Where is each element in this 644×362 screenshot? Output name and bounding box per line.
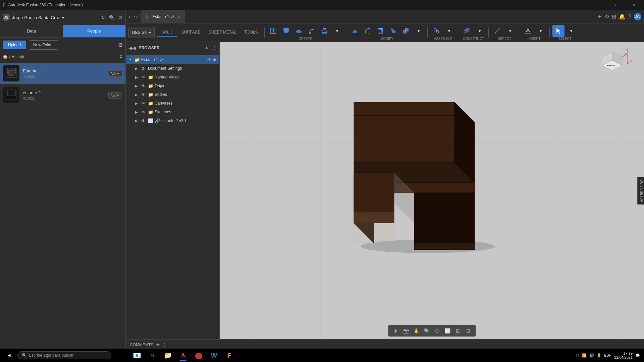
browser-eye-icon[interactable]: 👁 bbox=[205, 46, 209, 50]
taskbar-multitask-btn[interactable]: ⊟ bbox=[114, 349, 129, 362]
viewport-render-btn[interactable]: ⬜ bbox=[443, 326, 452, 336]
add-tab-icon[interactable]: ＋ bbox=[597, 13, 602, 20]
select-group: ▾ SELECT bbox=[552, 25, 577, 41]
select-button[interactable] bbox=[552, 25, 565, 37]
file-item-estante2[interactable]: estante 2 4/19/21 V2 ▾ bbox=[0, 84, 125, 106]
shell-button[interactable] bbox=[374, 25, 386, 37]
undo-button[interactable]: ↩ bbox=[128, 14, 132, 19]
breadcrumb-estante[interactable]: Estante bbox=[12, 54, 25, 59]
construct-more-button[interactable]: ▾ bbox=[474, 25, 486, 37]
maximize-button[interactable]: □ bbox=[609, 0, 625, 10]
toolbar-sep-1 bbox=[264, 27, 265, 38]
tab-data[interactable]: Data bbox=[0, 25, 63, 37]
revolve-button[interactable] bbox=[293, 25, 305, 37]
settings-icon[interactable]: ⚙ bbox=[118, 42, 123, 48]
tab-people[interactable]: People bbox=[63, 25, 125, 37]
user-info[interactable]: JG Jorge Garcia Santa Cruz ▾ bbox=[3, 14, 64, 21]
taskbar-search[interactable]: 🔍 Escribe aquí para buscar bbox=[17, 351, 111, 359]
tree-item-doc-settings[interactable]: ▶ ⚙ Document Settings bbox=[126, 64, 219, 73]
browser-more-icon[interactable]: ⋮ bbox=[213, 46, 217, 50]
offset-plane-button[interactable] bbox=[461, 25, 473, 37]
viewport-camera-btn[interactable]: 📷 bbox=[401, 326, 411, 336]
tree-item-bodies[interactable]: ▶ 👁 📁 Bodies bbox=[126, 90, 219, 99]
design-button[interactable]: DESIGN ▾ bbox=[128, 27, 155, 38]
comments-more-icon[interactable]: ⋮ bbox=[163, 343, 167, 347]
taskbar: ⊞ 🔍 Escribe aquí para buscar ⊟ 📧 N 📁 A ⬤… bbox=[0, 349, 644, 362]
close-button[interactable]: ✕ bbox=[626, 0, 641, 10]
doc-tab-close-icon[interactable]: ✕ bbox=[177, 14, 181, 19]
viewport-grid-btn[interactable]: ⊞ bbox=[453, 326, 463, 336]
viewport-pan-btn[interactable]: ✋ bbox=[412, 326, 421, 336]
taskbar-network-icon[interactable]: 📶 bbox=[582, 353, 587, 358]
tree-item-root[interactable]: ▼ 📁 Estante 1 v3 👁 ⏺ bbox=[126, 55, 219, 64]
loft-button[interactable] bbox=[318, 25, 330, 37]
modify-more-button[interactable]: ▾ bbox=[413, 25, 425, 37]
taskbar-lang[interactable]: ESP bbox=[604, 353, 611, 357]
breadcrumb-settings-icon[interactable]: ⚙ bbox=[119, 54, 123, 59]
press-pull-button[interactable] bbox=[349, 25, 361, 37]
scale-button[interactable] bbox=[387, 25, 399, 37]
extrude-button[interactable] bbox=[280, 25, 292, 37]
joint-button[interactable] bbox=[430, 25, 442, 37]
select-more-button[interactable]: ▾ bbox=[565, 25, 577, 37]
redo-button[interactable]: ↪ bbox=[134, 14, 138, 19]
fillet-button[interactable] bbox=[362, 25, 374, 37]
insert-mesh-button[interactable] bbox=[522, 25, 534, 37]
taskbar-autocad-btn[interactable]: A bbox=[176, 349, 191, 362]
taskbar-explorer-btn[interactable]: 📁 bbox=[160, 349, 175, 362]
doc-tab[interactable]: 🗂 Estante 1 v3 ✕ bbox=[141, 10, 185, 23]
sweep-button[interactable] bbox=[306, 25, 318, 37]
taskbar-red-app-btn[interactable]: ⬤ bbox=[191, 349, 206, 362]
taskbar-word-btn[interactable]: W bbox=[207, 349, 221, 362]
viewport-zoom-btn[interactable]: 🔍 bbox=[422, 326, 431, 336]
new-folder-button[interactable]: New Folder bbox=[29, 40, 58, 50]
taskbar-dropbox-icon[interactable]: ⬡ bbox=[576, 353, 579, 358]
tree-item-sketches[interactable]: ▶ 👁 📁 Sketches bbox=[126, 108, 219, 116]
insert-more-button[interactable]: ▾ bbox=[535, 25, 547, 37]
search-icon[interactable]: 🔍 bbox=[109, 15, 115, 20]
user-circle-icon[interactable]: JG bbox=[634, 13, 641, 20]
tree-root-record-icon[interactable]: ⏺ bbox=[213, 57, 217, 62]
tree-item-canvases[interactable]: ▶ 👁 📁 Canvases bbox=[126, 99, 219, 108]
tab-surface[interactable]: SURFACE bbox=[177, 28, 205, 37]
close-icon[interactable]: ✕ bbox=[119, 15, 123, 20]
create-more-button[interactable]: ▾ bbox=[331, 25, 343, 37]
measure-button[interactable] bbox=[491, 25, 503, 37]
tree-root-eye-icon[interactable]: 👁 bbox=[207, 57, 211, 62]
home-icon[interactable]: 🏠 bbox=[3, 54, 8, 59]
viewport-display-btn[interactable]: ⊟ bbox=[464, 326, 473, 336]
upload-button[interactable]: Upload bbox=[3, 41, 26, 49]
combine-button[interactable] bbox=[400, 25, 412, 37]
assemble-group: ▾ ASSEMBLE bbox=[430, 25, 455, 41]
file-item-estante1[interactable]: Estante 1 4/19/21 V3 ▾ bbox=[0, 63, 125, 84]
viewport-snap-btn[interactable]: ⊕ bbox=[391, 326, 400, 336]
comments-eye-icon[interactable]: 👁 bbox=[156, 343, 160, 347]
layout-icon[interactable]: ⊟ bbox=[612, 13, 616, 20]
notification-icon[interactable]: 🔔 bbox=[619, 13, 626, 20]
refresh-tab-icon[interactable]: ↻ bbox=[605, 13, 609, 20]
new-component-button[interactable] bbox=[267, 25, 279, 37]
browser-collapse-icon[interactable]: ◀◀ bbox=[128, 45, 136, 51]
tree-item-estante2[interactable]: ▶ 👁 ⬜ 🔗 estante 2 v2:1 bbox=[126, 116, 219, 125]
inspect-more-button[interactable]: ▾ bbox=[504, 25, 516, 37]
minimize-button[interactable]: ─ bbox=[592, 0, 608, 10]
taskbar-notification-icon[interactable]: 💬 bbox=[635, 353, 640, 358]
taskbar-netflix-btn[interactable]: N bbox=[145, 349, 160, 362]
viewport-view-btn[interactable]: ⊙ bbox=[432, 326, 442, 336]
start-button[interactable]: ⊞ bbox=[1, 349, 17, 362]
taskbar-mail-btn[interactable]: 📧 bbox=[129, 349, 144, 362]
quick-setup-panel[interactable]: QUICK SETUP bbox=[637, 177, 644, 205]
version-badge-1[interactable]: V3 ▾ bbox=[108, 70, 122, 77]
tab-tools[interactable]: TOOLS bbox=[240, 28, 262, 37]
tree-item-origin[interactable]: ▶ 👁 📁 Origin bbox=[126, 81, 219, 90]
taskbar-fusion-btn[interactable]: F bbox=[222, 349, 237, 362]
taskbar-volume-icon[interactable]: 🔊 bbox=[589, 353, 594, 358]
assemble-more-button[interactable]: ▾ bbox=[443, 25, 455, 37]
viewport[interactable]: FRONT Z X QUICK SETUP bbox=[220, 42, 644, 339]
tree-item-named-views[interactable]: ▶ 👁 📁 Named Views bbox=[126, 73, 219, 81]
refresh-icon[interactable]: ↻ bbox=[101, 15, 105, 20]
help-icon[interactable]: ? bbox=[628, 14, 631, 20]
tab-sheet-metal[interactable]: SHEET METAL bbox=[205, 28, 240, 37]
tab-solid[interactable]: SOLID bbox=[157, 28, 177, 37]
version-badge-2[interactable]: V2 ▾ bbox=[108, 92, 122, 99]
